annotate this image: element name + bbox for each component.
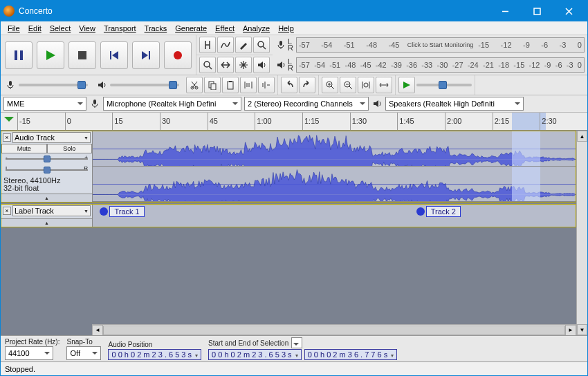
envelope-tool[interactable] (217, 37, 234, 53)
ruler-pin[interactable] (1, 113, 17, 130)
menu-analyze[interactable]: Analyze (239, 23, 274, 34)
skip-start-button[interactable] (100, 41, 128, 69)
selection-end-box[interactable]: 0 0 h 0 2 m 3 6 . 7 7 6 s (304, 349, 398, 360)
recording-meter[interactable]: LR -57-54-51-48-45-42 Click to Start Mon… (273, 35, 587, 55)
menu-file[interactable]: File (3, 23, 24, 34)
selection-tool[interactable] (199, 37, 216, 53)
fit-selection-button[interactable] (358, 77, 374, 93)
svg-rect-16 (229, 81, 232, 82)
transport-toolbar (1, 35, 196, 75)
scroll-right-button[interactable]: ► (565, 325, 576, 336)
track-close-button[interactable]: × (3, 133, 11, 142)
rec-volume-slider[interactable] (1, 79, 92, 91)
menu-select[interactable]: Select (46, 23, 75, 34)
zoom-out-button[interactable] (340, 77, 356, 93)
menu-effect[interactable]: Effect (211, 23, 239, 34)
timeshift-tool[interactable] (217, 57, 234, 73)
menu-transport[interactable]: Transport (100, 23, 140, 34)
skip-end-button[interactable] (132, 41, 160, 69)
label-marker[interactable]: Track 2 (416, 206, 461, 217)
svg-point-19 (364, 83, 368, 87)
label-track-close-button[interactable]: × (3, 207, 11, 215)
trim-button[interactable] (240, 77, 257, 93)
cut-button[interactable] (186, 77, 203, 93)
project-rate-combo[interactable]: 44100 (5, 346, 53, 360)
recording-device-combo[interactable]: Microphone (Realtek High Defini (103, 97, 241, 111)
speaker-icon-4 (371, 98, 383, 109)
audio-position-label: Audio Position (108, 341, 201, 348)
play-button[interactable] (37, 41, 64, 69)
track-collapse-button[interactable] (1, 194, 92, 202)
label-track-menu[interactable]: Label Track (12, 205, 91, 216)
paste-button[interactable] (222, 77, 239, 93)
silence-button[interactable] (258, 77, 275, 93)
edit-toolbar (183, 75, 278, 95)
horizontal-scrollbar[interactable]: ◄ ► (92, 324, 576, 335)
gain-slider[interactable]: -+ (6, 155, 88, 163)
maximize-button[interactable] (521, 1, 553, 21)
titlebar: Concerto (1, 1, 587, 21)
start-monitoring-hint[interactable]: Click to Start Monitoring (407, 41, 474, 48)
zoom-tool-2[interactable] (199, 57, 216, 73)
svg-rect-1 (15, 50, 17, 60)
track-menu[interactable]: Audio Track (12, 132, 91, 143)
timeline-ruler[interactable]: -1501530451:001:151:301:452:002:152:302:… (1, 113, 587, 131)
mic-icon-2 (5, 79, 16, 91)
project-rate-label: Project Rate (Hz): (5, 338, 59, 346)
label-marker[interactable]: Track 1 (100, 206, 144, 217)
label-track-collapse-button[interactable] (1, 218, 92, 227)
audio-host-combo[interactable]: MME (3, 97, 86, 111)
recording-channels-combo[interactable]: 2 (Stereo) Recording Channels (244, 97, 369, 111)
window-title: Concerto (19, 6, 489, 16)
draw-tool[interactable] (235, 37, 252, 53)
undo-button[interactable] (281, 77, 297, 93)
zoom-toolbar (319, 75, 396, 95)
mute-button[interactable]: Mute (1, 144, 47, 153)
channel-right[interactable]: 1.00.0-1.0 (93, 167, 576, 202)
redo-button[interactable] (299, 77, 315, 93)
fit-project-button[interactable] (376, 77, 392, 93)
track-head: × Audio Track Mute Solo -+ LR Stereo, 44… (1, 131, 93, 202)
main-menu: File Edit Select View Transport Tracks G… (1, 21, 587, 35)
label-track: × Label Track Track 1Track 2 (1, 204, 576, 227)
svg-rect-4 (110, 51, 111, 59)
channel-left[interactable]: 1.00.0-1.0 (93, 131, 576, 167)
speaker-icon[interactable] (253, 57, 270, 73)
selection-start-box[interactable]: 0 0 h 0 2 m 2 3 . 6 5 3 s (208, 349, 302, 360)
pan-slider[interactable]: LR (6, 166, 88, 174)
playback-device-combo[interactable]: Speakers (Realtek High Definiti (385, 97, 524, 111)
play-at-speed-button[interactable] (398, 77, 415, 93)
record-button[interactable] (164, 41, 192, 69)
tracks-area: ▲▼ × Audio Track Mute Solo -+ LR Stereo,… (1, 131, 587, 335)
vertical-scrollbar[interactable]: ▲▼ (576, 131, 587, 335)
minimize-button[interactable] (489, 1, 521, 21)
menu-help[interactable]: Help (274, 23, 298, 34)
tools-toolbar-2 (196, 55, 273, 75)
multi-tool[interactable] (235, 57, 252, 73)
menu-edit[interactable]: Edit (24, 23, 46, 34)
playback-meter[interactable]: LR -57-54-51-48-45-42-39-36-33-30-27-24-… (273, 55, 587, 75)
snap-to-combo[interactable]: Off (66, 346, 101, 360)
waveform-left (93, 131, 576, 167)
stop-button[interactable] (68, 41, 96, 69)
menu-view[interactable]: View (75, 23, 100, 34)
solo-button[interactable]: Solo (47, 144, 93, 153)
svg-rect-3 (78, 51, 86, 59)
play-volume-slider[interactable] (92, 79, 183, 91)
scroll-left-button[interactable]: ◄ (92, 325, 103, 336)
copy-button[interactable] (204, 77, 221, 93)
app-icon (3, 6, 15, 17)
svg-rect-10 (9, 81, 12, 86)
close-button[interactable] (553, 1, 585, 21)
track-body[interactable]: 1.00.0-1.0 1.00.0-1.0 (93, 131, 576, 202)
pause-button[interactable] (5, 41, 33, 69)
label-track-body[interactable]: Track 1Track 2 (93, 205, 576, 227)
menu-generate[interactable]: Generate (171, 23, 211, 34)
audio-position-box[interactable]: 0 0 h 0 2 m 2 3 . 6 5 3 s (108, 349, 201, 360)
menu-tracks[interactable]: Tracks (140, 23, 172, 34)
zoom-in-button[interactable] (322, 77, 338, 93)
play-at-speed-toolbar (396, 75, 475, 95)
device-toolbar: MME Microphone (Realtek High Defini 2 (S… (1, 95, 587, 113)
zoom-tool[interactable] (253, 37, 270, 53)
selection-type-combo[interactable] (291, 337, 302, 348)
